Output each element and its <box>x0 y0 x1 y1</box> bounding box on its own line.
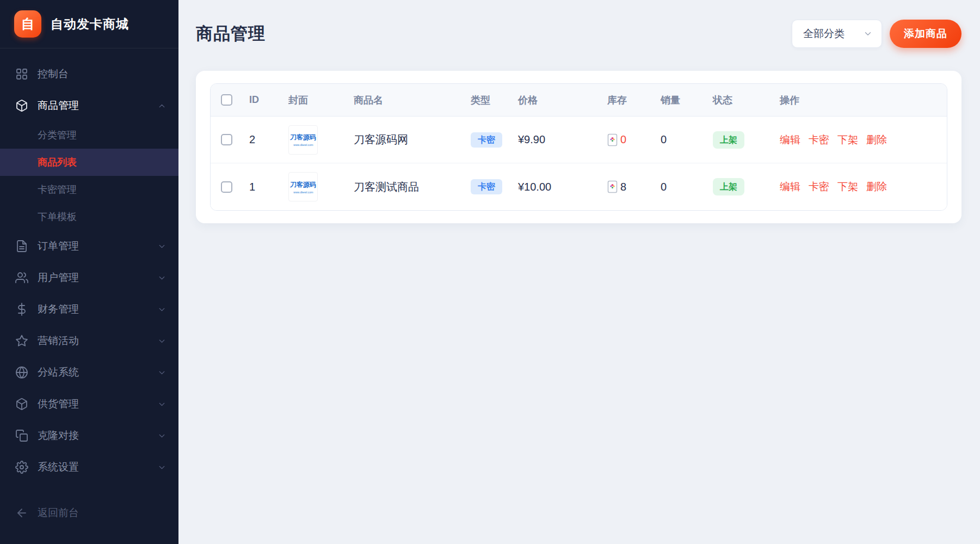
sidebar-subitem-order-template[interactable]: 下单模板 <box>0 203 178 230</box>
select-all-checkbox[interactable] <box>221 94 232 106</box>
product-id: 2 <box>242 133 281 146</box>
product-name: 刀客测试商品 <box>347 180 464 194</box>
back-label: 返回前台 <box>38 506 79 520</box>
sidebar-subitem-label: 商品列表 <box>38 156 77 169</box>
sidebar-subitem-product-list[interactable]: 商品列表 <box>0 149 178 176</box>
product-cover-image: 刀客源码 www.dkewl.com <box>288 172 318 201</box>
row-checkbox[interactable] <box>221 134 232 145</box>
row-actions: 编辑 卡密 下架 删除 <box>773 133 947 147</box>
table-row: 2 刀客源码 www.dkewl.com 刀客源码网 卡密 ¥9.90 0 0 … <box>211 117 947 163</box>
product-table: ID 封面 商品名 类型 价格 库存 销量 状态 操作 2 刀客源码 www.d… <box>210 83 947 211</box>
edit-link[interactable]: 编辑 <box>780 180 800 194</box>
cover-logo-text: 刀客源码 <box>290 133 316 142</box>
sidebar-spacer <box>0 483 178 497</box>
stock-value: 0 <box>620 133 626 146</box>
edit-link[interactable]: 编辑 <box>780 133 800 147</box>
col-header-cover: 封面 <box>281 94 347 107</box>
add-product-button[interactable]: 添加商品 <box>890 20 961 48</box>
sidebar-nav: 控制台 商品管理 分类管理 商品列表 卡密管理 下单模板 订单管理 用户管理 <box>0 48 178 544</box>
sidebar-item-dashboard[interactable]: 控制台 <box>0 58 178 90</box>
sidebar: 自 自动发卡商城 控制台 商品管理 分类管理 商品列表 卡密管理 下单模板 订单… <box>0 0 178 544</box>
status-badge: 上架 <box>713 178 744 195</box>
back-to-frontend-link[interactable]: 返回前台 <box>0 497 178 529</box>
sidebar-item-finance[interactable]: 财务管理 <box>0 294 178 325</box>
sales-value: 0 <box>654 133 706 146</box>
box-icon <box>15 398 28 411</box>
col-header-status: 状态 <box>706 94 773 107</box>
chevron-up-icon <box>157 101 167 111</box>
sidebar-item-products[interactable]: 商品管理 <box>0 90 178 121</box>
stock-card-icon <box>607 133 618 146</box>
main-content: 商品管理 全部分类 添加商品 ID 封面 商品名 类型 价格 库存 销量 状态 … <box>178 0 980 544</box>
stock-value: 8 <box>620 181 626 193</box>
product-price: ¥9.90 <box>511 133 600 146</box>
sidebar-item-label: 财务管理 <box>38 302 148 316</box>
page-title: 商品管理 <box>196 22 266 45</box>
table-row: 1 刀客源码 www.dkewl.com 刀客测试商品 卡密 ¥10.00 8 … <box>211 163 947 210</box>
sidebar-subitem-label: 下单模板 <box>38 210 77 223</box>
col-header-sales: 销量 <box>654 94 706 107</box>
sidebar-item-clone[interactable]: 克隆对接 <box>0 420 178 451</box>
app-logo: 自 <box>14 10 41 38</box>
type-badge: 卡密 <box>471 179 502 194</box>
sidebar-item-label: 控制台 <box>38 67 167 81</box>
take-down-link[interactable]: 下架 <box>837 133 858 147</box>
sidebar-item-supply[interactable]: 供货管理 <box>0 388 178 420</box>
globe-icon <box>15 366 28 379</box>
app-logo-row: 自 自动发卡商城 <box>0 0 178 48</box>
cover-logo-subtext: www.dkewl.com <box>293 191 313 193</box>
file-icon <box>15 240 28 253</box>
dollar-icon <box>15 303 28 316</box>
sidebar-item-users[interactable]: 用户管理 <box>0 262 178 294</box>
app-title: 自动发卡商城 <box>51 16 129 33</box>
sidebar-subitem-card-keys[interactable]: 卡密管理 <box>0 176 178 203</box>
category-filter-select[interactable]: 全部分类 <box>792 20 882 48</box>
row-checkbox[interactable] <box>221 181 232 193</box>
users-icon <box>15 271 28 284</box>
sidebar-item-marketing[interactable]: 营销活动 <box>0 325 178 357</box>
col-header-id: ID <box>242 94 281 106</box>
category-filter-value: 全部分类 <box>803 27 845 41</box>
take-down-link[interactable]: 下架 <box>837 180 858 194</box>
stock-card-icon <box>607 180 618 193</box>
row-actions: 编辑 卡密 下架 删除 <box>773 180 947 194</box>
sidebar-subitem-categories[interactable]: 分类管理 <box>0 121 178 149</box>
sidebar-item-settings[interactable]: 系统设置 <box>0 451 178 483</box>
cover-logo-text: 刀客源码 <box>290 180 316 190</box>
product-name: 刀客源码网 <box>347 132 464 147</box>
col-header-name: 商品名 <box>347 94 464 107</box>
chevron-down-icon <box>157 431 167 441</box>
table-header-row: ID 封面 商品名 类型 价格 库存 销量 状态 操作 <box>211 84 947 117</box>
chevron-down-icon <box>157 337 167 346</box>
col-header-actions: 操作 <box>773 94 947 107</box>
chevron-down-icon <box>157 368 167 377</box>
chevron-down-icon <box>863 29 873 39</box>
sidebar-item-orders[interactable]: 订单管理 <box>0 230 178 262</box>
sidebar-item-substations[interactable]: 分站系统 <box>0 357 178 388</box>
cover-logo-subtext: www.dkewl.com <box>293 143 313 146</box>
chevron-down-icon <box>157 242 167 251</box>
delete-link[interactable]: 删除 <box>866 133 887 147</box>
sidebar-item-label: 订单管理 <box>38 239 148 253</box>
package-icon <box>15 99 28 112</box>
sidebar-item-label: 分站系统 <box>38 365 148 380</box>
gear-icon <box>15 461 28 474</box>
page-header: 商品管理 全部分类 添加商品 <box>196 20 961 48</box>
col-header-price: 价格 <box>511 94 600 107</box>
sidebar-item-label: 克隆对接 <box>38 429 148 443</box>
chevron-down-icon <box>157 463 167 472</box>
sidebar-subitem-label: 分类管理 <box>38 129 77 142</box>
sidebar-item-label: 商品管理 <box>38 99 148 113</box>
col-header-stock: 库存 <box>600 94 654 107</box>
status-badge: 上架 <box>713 131 744 149</box>
sales-value: 0 <box>654 181 706 193</box>
col-header-type: 类型 <box>464 94 511 107</box>
card-keys-link[interactable]: 卡密 <box>809 180 829 194</box>
card-keys-link[interactable]: 卡密 <box>809 133 829 147</box>
copy-icon <box>15 429 28 442</box>
star-icon <box>15 334 28 347</box>
product-table-card: ID 封面 商品名 类型 价格 库存 销量 状态 操作 2 刀客源码 www.d… <box>196 71 961 223</box>
sidebar-item-label: 营销活动 <box>38 334 148 348</box>
delete-link[interactable]: 删除 <box>866 180 887 194</box>
chevron-down-icon <box>157 273 167 283</box>
